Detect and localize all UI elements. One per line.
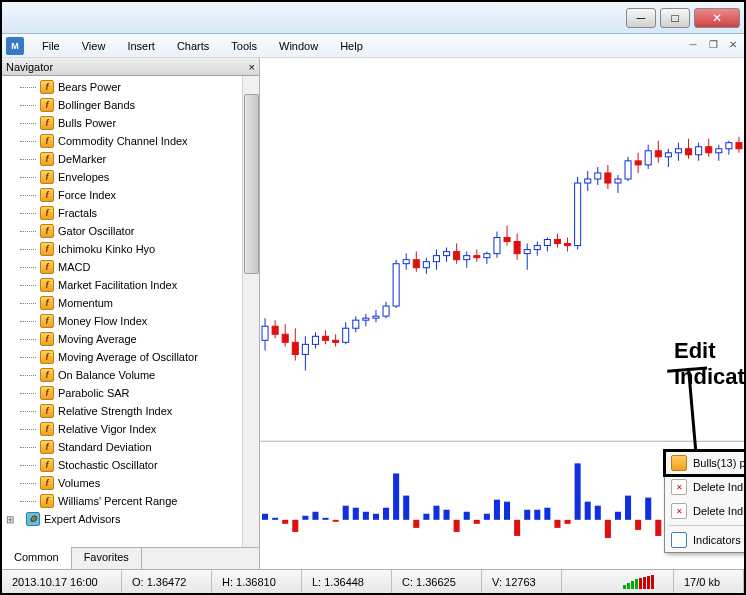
ctx-delete-window[interactable]: Delete Indicator Window xyxy=(665,499,746,523)
indicator-icon: f xyxy=(40,152,54,166)
svg-rect-99 xyxy=(282,520,288,524)
menu-charts[interactable]: Charts xyxy=(167,38,219,54)
indicator-label: Moving Average xyxy=(58,333,137,345)
indicator-item[interactable]: fOn Balance Volume xyxy=(2,366,259,384)
svg-rect-39 xyxy=(454,252,460,260)
context-menu: Bulls(13) properties... Delete Indicator… xyxy=(664,450,746,553)
svg-rect-124 xyxy=(534,510,540,520)
mdi-restore-button[interactable]: ❐ xyxy=(706,39,720,53)
ctx-delete-indicator[interactable]: Delete Indicator xyxy=(665,475,746,499)
indicator-icon: f xyxy=(40,494,54,508)
indicator-item[interactable]: fMACD xyxy=(2,258,259,276)
expert-advisors-node[interactable]: ⊞⚙Expert Advisors xyxy=(2,510,259,528)
svg-rect-129 xyxy=(585,502,591,520)
indicator-item[interactable]: fEnvelopes xyxy=(2,168,259,186)
expand-icon[interactable]: ⊞ xyxy=(6,514,14,525)
indicator-item[interactable]: fBollinger Bands xyxy=(2,96,259,114)
svg-rect-104 xyxy=(333,520,339,522)
indicator-item[interactable]: fDeMarker xyxy=(2,150,259,168)
indicator-item[interactable]: fGator Oscillator xyxy=(2,222,259,240)
svg-rect-130 xyxy=(595,506,601,520)
menu-view[interactable]: View xyxy=(72,38,116,54)
svg-rect-110 xyxy=(393,473,399,519)
navigator-panel: Navigator × fBears PowerfBollinger Bands… xyxy=(2,58,260,569)
indicator-label: Bears Power xyxy=(58,81,121,93)
svg-rect-51 xyxy=(514,242,520,254)
window-maximize-button[interactable]: □ xyxy=(660,8,690,28)
indicator-item[interactable]: fCommodity Channel Index xyxy=(2,132,259,150)
svg-rect-23 xyxy=(373,316,379,318)
status-close: C: 1.36625 xyxy=(392,570,482,593)
indicator-icon: f xyxy=(40,368,54,382)
svg-rect-7 xyxy=(292,342,298,354)
navigator-tree[interactable]: fBears PowerfBollinger BandsfBulls Power… xyxy=(2,76,259,547)
delete-icon xyxy=(671,479,687,495)
indicator-item[interactable]: fBulls Power xyxy=(2,114,259,132)
indicator-item[interactable]: fStandard Deviation xyxy=(2,438,259,456)
mdi-close-button[interactable]: ✕ xyxy=(726,39,740,53)
indicator-icon: f xyxy=(40,80,54,94)
window-minimize-button[interactable]: ─ xyxy=(626,8,656,28)
indicator-item[interactable]: fMarket Facilitation Index xyxy=(2,276,259,294)
ea-icon: ⚙ xyxy=(26,512,40,526)
mdi-minimize-button[interactable]: ─ xyxy=(686,39,700,53)
svg-rect-85 xyxy=(686,149,692,155)
indicator-item[interactable]: fMoving Average of Oscillator xyxy=(2,348,259,366)
indicator-item[interactable]: fFractals xyxy=(2,204,259,222)
indicator-item[interactable]: fBears Power xyxy=(2,78,259,96)
svg-rect-118 xyxy=(474,520,480,524)
scrollbar-thumb[interactable] xyxy=(244,94,259,274)
indicator-icon: f xyxy=(40,350,54,364)
ctx-delete-label: Delete Indicator xyxy=(693,481,746,493)
indicator-item[interactable]: fWilliams' Percent Range xyxy=(2,492,259,510)
window-close-button[interactable]: ✕ xyxy=(694,8,740,28)
indicator-icon: f xyxy=(40,188,54,202)
svg-rect-106 xyxy=(353,508,359,520)
tab-favorites[interactable]: Favorites xyxy=(72,548,142,569)
indicator-item[interactable]: fRelative Vigor Index xyxy=(2,420,259,438)
indicator-label: DeMarker xyxy=(58,153,106,165)
indicator-label: Williams' Percent Range xyxy=(58,495,177,507)
ctx-indicators-list[interactable]: Indicators List Ctrl+I xyxy=(665,528,746,552)
menubar: M FileViewInsertChartsToolsWindowHelp ─ … xyxy=(2,34,744,58)
svg-rect-67 xyxy=(595,173,601,179)
menu-insert[interactable]: Insert xyxy=(117,38,165,54)
indicator-item[interactable]: fMoney Flow Index xyxy=(2,312,259,330)
navigator-scrollbar[interactable] xyxy=(242,76,259,547)
svg-rect-131 xyxy=(605,520,611,538)
navigator-close-button[interactable]: × xyxy=(249,61,255,73)
delete-window-icon xyxy=(671,503,687,519)
menu-tools[interactable]: Tools xyxy=(221,38,267,54)
svg-rect-21 xyxy=(363,318,369,320)
indicator-label: Volumes xyxy=(58,477,100,489)
indicator-icon: f xyxy=(40,224,54,238)
tab-common[interactable]: Common xyxy=(2,547,72,569)
indicator-icon: f xyxy=(40,314,54,328)
indicator-item[interactable]: fRelative Strength Index xyxy=(2,402,259,420)
indicator-icon: f xyxy=(40,332,54,346)
svg-rect-63 xyxy=(575,183,581,246)
ctx-properties[interactable]: Bulls(13) properties... xyxy=(665,451,746,475)
svg-rect-123 xyxy=(524,510,530,520)
indicator-label: Envelopes xyxy=(58,171,109,183)
svg-rect-108 xyxy=(373,514,379,520)
svg-rect-109 xyxy=(383,508,389,520)
indicator-item[interactable]: fStochastic Oscillator xyxy=(2,456,259,474)
indicator-item[interactable]: fIchimoku Kinko Hyo xyxy=(2,240,259,258)
chart-area[interactable]: Edit Indicator Bulls(13) properties... D… xyxy=(260,58,744,569)
menu-window[interactable]: Window xyxy=(269,38,328,54)
indicator-label: Commodity Channel Index xyxy=(58,135,188,147)
indicator-item[interactable]: fVolumes xyxy=(2,474,259,492)
ctx-delete-window-label: Delete Indicator Window xyxy=(693,505,746,517)
indicator-item[interactable]: fMoving Average xyxy=(2,330,259,348)
svg-rect-75 xyxy=(635,161,641,165)
svg-rect-61 xyxy=(565,244,571,246)
svg-rect-116 xyxy=(454,520,460,532)
svg-rect-59 xyxy=(554,240,560,244)
indicator-item[interactable]: fForce Index xyxy=(2,186,259,204)
indicator-item[interactable]: fMomentum xyxy=(2,294,259,312)
status-kb: 17/0 kb xyxy=(674,570,744,593)
menu-file[interactable]: File xyxy=(32,38,70,54)
indicator-item[interactable]: fParabolic SAR xyxy=(2,384,259,402)
menu-help[interactable]: Help xyxy=(330,38,373,54)
